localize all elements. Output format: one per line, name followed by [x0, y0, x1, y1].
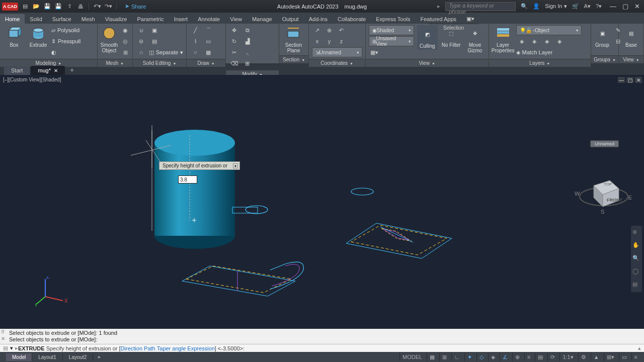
tab-express[interactable]: Express Tools [371, 14, 415, 24]
orbit-icon[interactable]: ◯ [632, 268, 640, 276]
mesh-less-icon[interactable]: ◎ [120, 36, 131, 46]
polysolid-button[interactable]: ▱Polysolid [51, 25, 80, 35]
new-layout-button[interactable]: + [93, 354, 104, 360]
redo-icon[interactable]: ↷▾ [104, 3, 112, 11]
trim-icon[interactable]: ✂ [229, 47, 240, 57]
cmd-close-icon[interactable]: ✕ [1, 336, 5, 341]
tab-manage[interactable]: Manage [247, 14, 277, 24]
presspull-button[interactable]: ⇕Presspull [51, 36, 80, 46]
tab-view[interactable]: View [225, 14, 247, 24]
dynamic-menu-icon[interactable]: ▾ [233, 163, 238, 168]
group-button[interactable]: ▣Group [594, 25, 610, 48]
hatch-icon[interactable]: ▦ [203, 47, 214, 57]
status-model[interactable]: MODEL [399, 353, 425, 361]
dynamic-input[interactable] [178, 175, 197, 184]
lwt-icon[interactable]: ≡ [524, 353, 533, 361]
erase-icon[interactable]: ⌫ [229, 58, 240, 68]
undo-icon[interactable]: ↶▾ [93, 3, 101, 11]
view-config-icon[interactable]: ▦▾ [369, 47, 380, 57]
ucs-world-icon[interactable]: ⊕ [324, 25, 335, 35]
visual-style-dropdown[interactable]: ◉ Shaded [369, 25, 414, 35]
plot-icon[interactable]: 🖶 [76, 3, 85, 11]
save-icon[interactable]: 💾 [43, 3, 51, 11]
user-icon[interactable]: 👤 [533, 3, 540, 10]
maximize-icon[interactable]: ▢ [622, 3, 628, 10]
intersect-icon[interactable]: ∩ [136, 47, 147, 57]
tab-overflow[interactable]: ▣▾ [461, 14, 479, 24]
close-icon[interactable]: ✕ [634, 3, 640, 10]
customize-icon[interactable]: ≡ [631, 353, 640, 361]
new-tab-button[interactable]: + [66, 65, 78, 75]
otrack-icon[interactable]: ∠ [500, 353, 510, 361]
ucs-named-dropdown[interactable]: ⇲ Unnamed [312, 47, 362, 57]
cmd-recent-icon[interactable]: ▴ [638, 345, 641, 351]
separate-button[interactable]: ◫Separate▾ [149, 47, 184, 57]
revolve-button[interactable]: ◐ [51, 47, 80, 57]
rotate-icon[interactable]: ↻ [229, 36, 240, 46]
face-taper-icon[interactable]: ▤ [149, 36, 160, 46]
rect-icon[interactable]: ▭ [203, 36, 214, 46]
copy-icon[interactable]: ⧉ [242, 25, 253, 35]
smooth-object-button[interactable]: Smooth Object [101, 25, 118, 53]
array-icon[interactable]: ⊞ [242, 58, 253, 68]
open-icon[interactable]: 📂 [32, 3, 40, 11]
search-input[interactable]: Type a keyword or phrase [445, 2, 516, 11]
move-icon[interactable]: ✥ [229, 25, 240, 35]
layer-tool3-icon[interactable]: ◈ [541, 36, 552, 46]
layout1-tab[interactable]: Layout1 [32, 353, 63, 361]
line-icon[interactable]: ╱ [190, 25, 201, 35]
circle-icon[interactable]: ○ [190, 47, 201, 57]
drawing-canvas[interactable]: [–][Custom View][Shaded] — ▢ ✕ [0, 75, 644, 337]
layer-tool2-icon[interactable]: ◈ [529, 36, 540, 46]
ucs-icon[interactable]: ↗ [312, 25, 323, 35]
command-history[interactable]: Select objects to extrude or [MOde]: 1 f… [0, 329, 644, 344]
dyn-icon[interactable]: ⊕ [512, 353, 522, 361]
tab-solid[interactable]: Solid [25, 14, 47, 24]
pan-icon[interactable]: ✋ [632, 242, 640, 250]
help-icon[interactable]: ?▾ [596, 3, 602, 10]
tab-annotate[interactable]: Annotate [193, 14, 225, 24]
transparency-icon[interactable]: ▤ [535, 353, 545, 361]
fullnav-icon[interactable]: ⊛ [632, 229, 640, 237]
ucs-z-icon[interactable]: z [336, 36, 347, 46]
ucs-prev-icon[interactable]: ↶ [336, 25, 347, 35]
tab-addins[interactable]: Add-ins [304, 14, 333, 24]
layer-dropdown[interactable]: 💡🔓 ▫ Object [516, 25, 582, 35]
ucs-icon[interactable]: X Y Z [35, 277, 70, 307]
tab-visualize[interactable]: Visualize [100, 14, 132, 24]
layer-properties-button[interactable]: Layer Properties [492, 25, 514, 53]
tab-collaborate[interactable]: Collaborate [333, 14, 371, 24]
new-icon[interactable]: ▤ [21, 3, 29, 11]
tab-close-icon[interactable]: ✕ [54, 68, 58, 73]
base-view-button[interactable]: ▤Base [622, 25, 640, 48]
tab-output[interactable]: Output [277, 14, 304, 24]
anno-icon[interactable]: ▲ [591, 353, 602, 361]
app-logo[interactable]: A CAD [2, 3, 18, 11]
fillet-icon[interactable]: ◟ [242, 47, 253, 57]
face-extrude-icon[interactable]: ▣ [149, 25, 160, 35]
clean-icon[interactable]: ▭ [619, 353, 629, 361]
arc-icon[interactable]: ⌒ [203, 25, 214, 35]
web-icon[interactable]: ⇪ [65, 3, 73, 11]
mesh-refine-icon[interactable]: ⊞ [120, 47, 131, 57]
gear-icon[interactable]: ⚙ [578, 353, 589, 361]
match-layer-button[interactable]: ◈Match Layer [516, 47, 582, 57]
share-button[interactable]: ➤Share [125, 3, 146, 10]
signin-button[interactable]: Sign In ▾ [545, 3, 567, 10]
tab-home[interactable]: Home [0, 14, 25, 24]
union-icon[interactable]: ∪ [136, 25, 147, 35]
extrude-button[interactable]: Extrude [27, 25, 49, 48]
tab-mesh[interactable]: Mesh [76, 14, 100, 24]
ucs-y-icon[interactable]: y [324, 36, 335, 46]
ortho-icon[interactable]: ∟ [451, 353, 462, 361]
ucs-x-icon[interactable]: x [312, 36, 323, 46]
tab-featured[interactable]: Featured Apps [416, 14, 462, 24]
section-plane-button[interactable]: Section Plane [282, 25, 304, 53]
cart-icon[interactable]: 🛒 [572, 3, 579, 10]
grid-icon[interactable]: ▦ [427, 353, 437, 361]
minimize-icon[interactable]: — [610, 3, 616, 10]
snap-icon[interactable]: ⊞ [439, 353, 449, 361]
nav-bar[interactable]: ⊛ ✋ 🔍 ◯ ▤ [631, 226, 642, 292]
osnap-icon[interactable]: ◇ [476, 353, 486, 361]
3dosnap-icon[interactable]: ◈ [488, 353, 498, 361]
